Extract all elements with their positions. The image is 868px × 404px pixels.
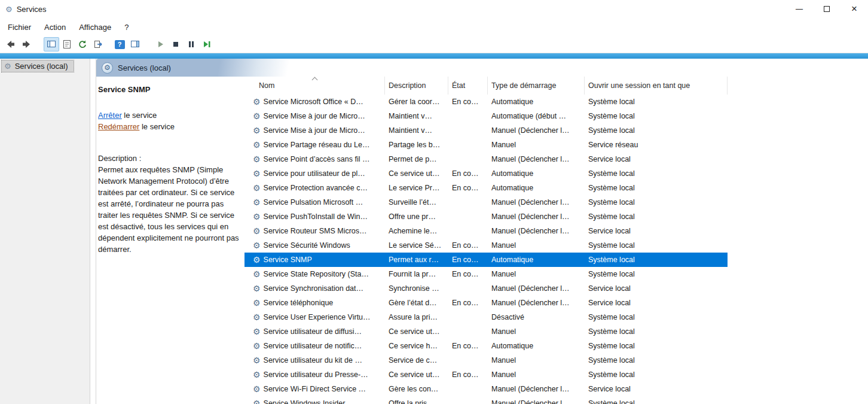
column-header-description[interactable]: Description [385,77,448,95]
minimize-button[interactable]: — [786,0,813,18]
service-logon-cell: Service local [585,296,728,310]
extended-description-pane: Service SNMP Arrêter le service Redémarr… [96,77,244,404]
pause-service-button[interactable] [184,37,199,51]
table-row[interactable]: ⚙Service Partage réseau du Le…Partage le… [244,138,728,152]
table-row[interactable]: ⚙Service utilisateur du kit de …Service … [244,353,728,367]
service-gear-icon: ⚙ [253,356,261,364]
service-description-cell: Ce service ut… [385,367,448,382]
table-row[interactable]: ⚙Service Synchronisation dat…Synchronise… [244,281,728,296]
service-description-cell: Surveille l’ét… [385,195,448,209]
service-logon-cell: Système local [585,267,728,281]
service-name-cell: ⚙Service Protection avancée c… [244,181,385,195]
tree-item-label: Services (local) [15,62,68,71]
menu-help[interactable]: ? [118,20,135,35]
show-hide-console-tree-button[interactable] [44,37,59,51]
column-header-type-demarrage[interactable]: Type de démarrage [488,77,585,95]
table-row[interactable]: ⚙Service Pulsation Microsoft …Surveille … [244,195,728,209]
table-row[interactable]: ⚙Service Wi-Fi Direct Service …Gère les … [244,382,728,396]
service-name-cell: ⚙Service State Repository (Sta… [244,267,385,281]
service-status-cell [448,353,488,367]
service-name-cell: ⚙Service téléphonique [244,296,385,310]
services-header-icon: ⚙ [102,62,113,74]
table-row[interactable]: ⚙Service Sécurité WindowsLe service Sé…E… [244,238,728,253]
show-action-pane-button[interactable] [127,37,143,51]
service-startup-type-cell: Manuel (Déclencher l… [488,396,585,404]
service-description-cell: Gérer la coor… [385,95,448,109]
stop-icon [171,40,181,49]
service-gear-icon: ⚙ [253,256,261,264]
table-row[interactable]: ⚙Service Routeur SMS Micros…Achemine le…… [244,224,728,238]
table-row[interactable]: ⚙Service Windows InsiderOffre la pris…Ma… [244,396,728,404]
service-gear-icon: ⚙ [253,241,261,250]
table-row[interactable]: ⚙Service utilisateur de notific…Ce servi… [244,339,728,353]
service-status-cell: En co… [448,181,488,195]
panel-splitter[interactable] [90,59,96,404]
table-row[interactable]: ⚙Service PushToInstall de Win…Offre une … [244,209,728,224]
restart-service-button[interactable] [199,37,215,51]
restart-service-link[interactable]: Redémarrer [98,122,139,131]
service-name-cell: ⚙Service User Experience Virtu… [244,310,385,324]
table-row[interactable]: ⚙Service pour utilisateur de pl…Ce servi… [244,166,728,181]
table-row[interactable]: ⚙Service Mise à jour de Micro…Maintient … [244,123,728,138]
table-row[interactable]: ⚙Service State Repository (Sta…Fournit l… [244,267,728,281]
service-gear-icon: ⚙ [253,284,261,293]
table-row[interactable]: ⚙Service Protection avancée c…Le service… [244,181,728,195]
stop-service-button[interactable] [168,37,184,51]
service-name-cell: ⚙Service utilisateur du kit de … [244,353,385,367]
service-description-cell: Partage les b… [385,138,448,152]
service-name-cell: ⚙Service Mise à jour de Micro… [244,123,385,138]
stop-service-line: Arrêter le service [98,110,241,121]
service-gear-icon: ⚙ [253,370,261,379]
start-service-button[interactable] [152,37,168,51]
table-row[interactable]: ⚙Service Mise à jour de Micro…Maintient … [244,109,728,123]
column-header-etat[interactable]: État [448,77,488,95]
stop-service-link[interactable]: Arrêter [98,111,122,120]
service-description-cell: Achemine le… [385,224,448,238]
console-tree-icon [47,40,56,49]
service-logon-cell: Système local [585,109,728,123]
help-button[interactable]: ? [112,37,127,51]
service-status-cell [448,224,488,238]
service-status-cell [448,152,488,166]
service-status-cell [448,138,488,152]
restart-service-suffix: le service [139,122,175,131]
service-gear-icon: ⚙ [253,327,261,336]
table-row[interactable]: ⚙Service téléphoniqueGère l’état d…En co… [244,296,728,310]
column-header-session[interactable]: Ouvrir une session en tant que [585,77,728,95]
menu-affichage[interactable]: Affichage [72,20,118,35]
service-description-cell: Permet aux r… [385,253,448,267]
tree-item-services-local[interactable]: ⚙ Services (local) [2,60,74,72]
service-startup-type-cell: Manuel (Déclencher l… [488,224,585,238]
service-description-cell: Maintient v… [385,109,448,123]
service-startup-type-cell: Automatique [488,253,585,267]
back-button[interactable] [3,37,19,51]
service-status-cell: En co… [448,339,488,353]
table-row[interactable]: ⚙Service utilisateur de diffusi…Ce servi… [244,324,728,339]
menu-fichier[interactable]: Fichier [1,20,38,35]
table-row[interactable]: ⚙Service User Experience Virtu…Assure la… [244,310,728,324]
service-logon-cell: Système local [585,396,728,404]
menu-action[interactable]: Action [38,20,72,35]
start-icon [155,40,165,49]
forward-button[interactable] [19,37,34,51]
properties-button[interactable] [59,37,75,51]
table-row[interactable]: ⚙Service Point d’accès sans fil …Permet … [244,152,728,166]
close-button[interactable]: × [841,0,868,18]
refresh-button[interactable] [75,37,90,51]
service-status-cell [448,195,488,209]
refresh-icon [78,40,87,49]
service-startup-type-cell: Manuel [488,324,585,339]
titlebar: ⚙ Services — × [0,0,868,18]
service-status-cell [448,396,488,404]
table-row[interactable]: ⚙Service SNMPPermet aux r…En co…Automati… [244,253,728,267]
export-list-button[interactable] [90,37,106,51]
service-status-cell [448,324,488,339]
service-status-cell: En co… [448,95,488,109]
service-startup-type-cell: Manuel (Déclencher l… [488,152,585,166]
maximize-button[interactable] [813,0,841,18]
service-logon-cell: Service local [585,382,728,396]
table-row[interactable]: ⚙Service utilisateur du Presse-…Ce servi… [244,367,728,382]
forward-arrow-icon [22,40,31,49]
service-description-cell: Service de c… [385,353,448,367]
table-row[interactable]: ⚙Service Microsoft Office « D…Gérer la c… [244,95,728,109]
